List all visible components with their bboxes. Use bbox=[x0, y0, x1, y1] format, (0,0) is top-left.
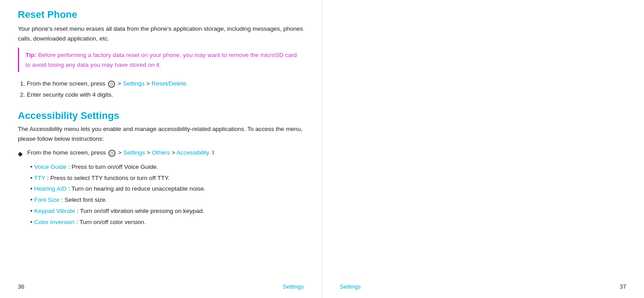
sub-bullet-hearing-aid: Hearing AID : Turn on hearing aid to red… bbox=[30, 184, 304, 195]
color-inversion-link[interactable]: Color Inversion bbox=[34, 219, 74, 225]
font-size-link[interactable]: Font Size bbox=[34, 196, 59, 203]
bullet-gt2: > bbox=[147, 149, 152, 156]
settings-link-2[interactable]: Settings bbox=[123, 149, 145, 156]
step-1: From the home screen, press > Settings >… bbox=[27, 78, 304, 89]
right-footer-label: Settings bbox=[340, 283, 361, 290]
accessibility-body: The Accessibility menu lets you enable a… bbox=[18, 124, 304, 143]
right-page: Settings 37 bbox=[322, 0, 644, 298]
color-inversion-text: : Turn on/off color version. bbox=[76, 219, 146, 225]
home-icon bbox=[108, 81, 115, 88]
right-page-footer: Settings 37 bbox=[322, 283, 644, 290]
left-page-number: 36 bbox=[18, 283, 24, 290]
sub-bullet-font-size: Font Size : Select font size. bbox=[30, 195, 304, 206]
keypad-vibrate-text: : Turn on/off vibration while pressing o… bbox=[77, 208, 204, 214]
step-2: Enter security code with 4 digits. bbox=[27, 90, 304, 100]
keypad-vibrate-link[interactable]: Keypad Vibrate bbox=[34, 208, 75, 214]
settings-link-1[interactable]: Settings bbox=[123, 80, 144, 87]
left-footer-label: Settings bbox=[283, 283, 304, 290]
tip-text: Before performing a factory data reset o… bbox=[25, 52, 297, 68]
reset-delete-link[interactable]: Reset/Delete. bbox=[152, 80, 188, 87]
sub-bullet-keypad-vibrate: Keypad Vibrate : Turn on/off vibration w… bbox=[30, 206, 304, 217]
reset-phone-body: Your phone's reset menu erases all data … bbox=[18, 24, 304, 43]
left-page: Reset Phone Your phone's reset menu eras… bbox=[0, 0, 322, 298]
step1-text-before: From the home screen, press bbox=[27, 80, 107, 87]
voice-guide-text: : Press to turn on/off Voice Guide. bbox=[68, 163, 158, 170]
tip-box: Tip: Before performing a factory data re… bbox=[18, 48, 304, 72]
accessibility-settings-title: Accessibility Settings bbox=[18, 110, 304, 122]
reset-steps: From the home screen, press > Settings >… bbox=[27, 78, 304, 100]
sub-bullet-tty: TTY : Press to select TTY functions or t… bbox=[30, 173, 304, 184]
step2-text: Enter security code with 4 digits. bbox=[27, 91, 113, 98]
bullet-text: From the home screen, press > Settings >… bbox=[27, 148, 214, 158]
bullet-gt1: > bbox=[118, 149, 124, 156]
sub-bullet-voice-guide: Voice Guide : Press to turn on/off Voice… bbox=[30, 162, 304, 173]
tip-label: Tip: bbox=[25, 52, 37, 58]
sub-bullet-list: Voice Guide : Press to turn on/off Voice… bbox=[30, 162, 304, 229]
step1-text-gt: > bbox=[118, 80, 123, 87]
others-link[interactable]: Others bbox=[152, 149, 170, 156]
accessibility-link[interactable]: Accessibility. bbox=[177, 149, 211, 156]
bullet-before: From the home screen, press bbox=[27, 149, 107, 156]
voice-guide-link[interactable]: Voice Guide bbox=[34, 163, 66, 170]
home-icon-2 bbox=[108, 150, 116, 157]
bullet-diamond-icon: ◆ bbox=[18, 149, 23, 159]
right-page-number: 37 bbox=[620, 283, 626, 290]
hearing-aid-text: : Turn on hearing aid to reduce unaccept… bbox=[68, 185, 206, 192]
tty-text: : Press to select TTY functions or turn … bbox=[47, 175, 169, 181]
bullet-gt3: > bbox=[172, 149, 177, 156]
hearing-aid-link[interactable]: Hearing AID bbox=[34, 185, 66, 192]
left-page-footer: 36 Settings bbox=[0, 283, 322, 290]
step1-gt2: > bbox=[146, 80, 152, 87]
accessibility-bullet: ◆ From the home screen, press > Settings… bbox=[18, 148, 304, 159]
bullet-after: I bbox=[212, 149, 214, 156]
font-size-text: : Select font size. bbox=[61, 196, 107, 203]
tty-link[interactable]: TTY bbox=[34, 175, 45, 181]
sub-bullet-color-inversion: Color Inversion : Turn on/off color vers… bbox=[30, 217, 304, 228]
reset-phone-title: Reset Phone bbox=[18, 9, 304, 20]
